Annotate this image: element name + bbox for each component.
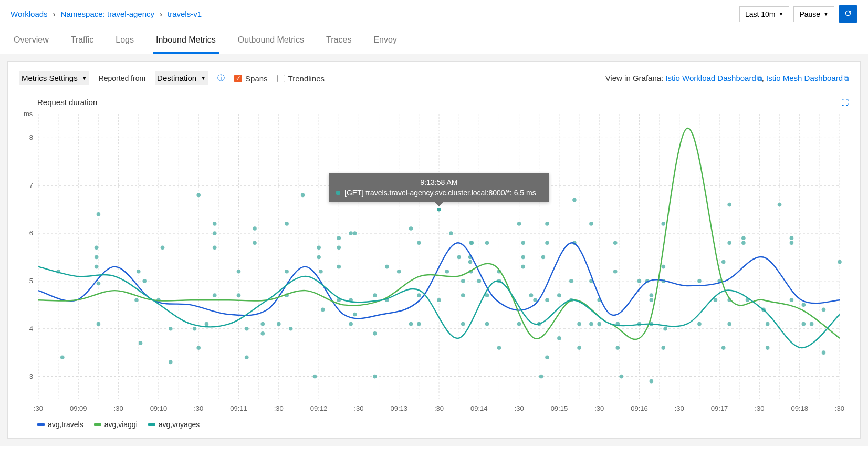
legend-swatch-icon bbox=[94, 423, 101, 426]
svg-point-132 bbox=[385, 265, 389, 269]
svg-text::30: :30 bbox=[274, 405, 284, 412]
legend-travels[interactable]: avg,travels bbox=[37, 420, 83, 429]
external-link-icon: ⧉ bbox=[844, 75, 849, 82]
svg-text::30: :30 bbox=[354, 405, 363, 412]
svg-point-230 bbox=[822, 350, 826, 355]
trendlines-label: Trendlines bbox=[288, 74, 325, 83]
grafana-workload-link[interactable]: Istio Workload Dashboard⧉ bbox=[665, 74, 761, 82]
svg-point-85 bbox=[142, 279, 147, 283]
svg-text:6: 6 bbox=[29, 229, 33, 237]
refresh-button[interactable] bbox=[839, 5, 857, 23]
svg-point-113 bbox=[317, 246, 321, 250]
svg-text::30: :30 bbox=[835, 405, 844, 412]
caret-down-icon: ▼ bbox=[778, 11, 783, 17]
svg-text:3: 3 bbox=[29, 372, 33, 380]
svg-point-191 bbox=[613, 270, 618, 274]
svg-point-84 bbox=[137, 270, 141, 274]
time-range-dropdown[interactable]: Last 10m ▼ bbox=[739, 6, 790, 22]
svg-point-114 bbox=[317, 255, 321, 260]
svg-point-176 bbox=[545, 355, 549, 359]
tab-inbound-metrics[interactable]: Inbound Metrics bbox=[153, 28, 219, 54]
svg-point-153 bbox=[470, 241, 474, 245]
svg-point-108 bbox=[285, 270, 289, 274]
svg-point-232 bbox=[838, 260, 842, 264]
svg-point-75 bbox=[60, 355, 65, 359]
trendlines-checkbox[interactable]: Trendlines bbox=[277, 74, 325, 83]
info-icon[interactable]: ⓘ bbox=[217, 74, 225, 83]
svg-text::30: :30 bbox=[755, 405, 764, 412]
breadcrumb-item[interactable]: travels-v1 bbox=[168, 9, 202, 18]
svg-text:09:18: 09:18 bbox=[791, 405, 808, 412]
tab-traffic[interactable]: Traffic bbox=[68, 28, 97, 54]
legend-viaggi[interactable]: avg,viaggi bbox=[94, 420, 138, 429]
tab-envoy[interactable]: Envoy bbox=[370, 28, 400, 54]
chevron-right-icon: › bbox=[53, 9, 56, 18]
request-duration-chart[interactable]: 345678:3009:09:3009:10:3009:11:3009:12:3… bbox=[19, 109, 845, 416]
svg-point-229 bbox=[810, 322, 814, 326]
svg-point-199 bbox=[650, 298, 654, 302]
svg-text:09:10: 09:10 bbox=[150, 405, 168, 412]
svg-point-87 bbox=[169, 327, 173, 331]
svg-point-100 bbox=[245, 327, 249, 331]
svg-point-193 bbox=[615, 346, 620, 350]
svg-point-167 bbox=[529, 293, 534, 297]
svg-point-224 bbox=[790, 236, 794, 240]
breadcrumb-namespace[interactable]: Namespace: travel-agency bbox=[61, 9, 154, 18]
svg-point-213 bbox=[727, 241, 731, 245]
svg-point-92 bbox=[196, 193, 201, 198]
svg-point-148 bbox=[461, 293, 465, 297]
breadcrumb-workloads[interactable]: Workloads bbox=[11, 9, 48, 18]
tab-overview[interactable]: Overview bbox=[11, 28, 52, 54]
svg-point-171 bbox=[539, 198, 543, 202]
svg-point-226 bbox=[790, 298, 794, 302]
svg-text::30: :30 bbox=[194, 405, 203, 412]
svg-point-81 bbox=[97, 322, 101, 326]
legend-label: avg,voyages bbox=[159, 420, 200, 429]
legend-voyages[interactable]: avg,voyages bbox=[148, 420, 200, 429]
svg-text:5: 5 bbox=[29, 277, 33, 285]
svg-point-101 bbox=[245, 355, 249, 359]
svg-point-122 bbox=[349, 231, 353, 235]
spans-label: Spans bbox=[245, 74, 268, 83]
svg-point-227 bbox=[802, 303, 806, 307]
svg-point-138 bbox=[417, 293, 421, 297]
legend-label: avg,travels bbox=[48, 420, 83, 429]
external-link-icon: ⧉ bbox=[757, 75, 762, 82]
reporter-dropdown[interactable]: Destination ▼ bbox=[155, 71, 208, 85]
svg-text:09:12: 09:12 bbox=[310, 405, 328, 412]
svg-text:8: 8 bbox=[29, 133, 33, 141]
tab-outbound-metrics[interactable]: Outbound Metrics bbox=[235, 28, 307, 54]
pause-dropdown[interactable]: Pause ▼ bbox=[793, 6, 834, 22]
svg-point-228 bbox=[802, 322, 806, 326]
expand-icon[interactable]: ⛶ bbox=[841, 98, 849, 107]
svg-point-91 bbox=[196, 346, 201, 350]
svg-point-103 bbox=[253, 241, 257, 245]
tab-traces[interactable]: Traces bbox=[323, 28, 354, 54]
svg-text:09:17: 09:17 bbox=[711, 405, 728, 412]
reported-from-label: Reported from bbox=[99, 74, 145, 82]
svg-point-166 bbox=[521, 265, 525, 269]
tab-logs[interactable]: Logs bbox=[112, 28, 137, 54]
svg-point-233 bbox=[437, 207, 442, 212]
grafana-mesh-link[interactable]: Istio Mesh Dashboard⧉ bbox=[766, 74, 849, 82]
svg-point-107 bbox=[285, 222, 289, 226]
svg-point-89 bbox=[161, 246, 165, 250]
svg-point-93 bbox=[205, 322, 209, 326]
svg-point-206 bbox=[663, 327, 667, 331]
svg-point-172 bbox=[539, 375, 543, 379]
svg-point-194 bbox=[619, 375, 623, 379]
svg-point-110 bbox=[289, 327, 293, 331]
svg-point-186 bbox=[589, 222, 593, 226]
metrics-settings-dropdown[interactable]: Metrics Settings ▼ bbox=[19, 71, 89, 85]
svg-text:09:09: 09:09 bbox=[70, 405, 87, 412]
spans-checkbox[interactable]: ✓ Spans bbox=[234, 74, 268, 83]
svg-point-155 bbox=[477, 279, 482, 283]
svg-point-129 bbox=[373, 375, 377, 379]
svg-point-217 bbox=[741, 236, 746, 240]
svg-point-125 bbox=[353, 313, 357, 317]
svg-text:4: 4 bbox=[29, 325, 33, 333]
chevron-right-icon: › bbox=[160, 9, 162, 18]
svg-text:09:11: 09:11 bbox=[230, 405, 247, 412]
svg-point-116 bbox=[321, 308, 325, 312]
svg-point-207 bbox=[697, 279, 702, 283]
